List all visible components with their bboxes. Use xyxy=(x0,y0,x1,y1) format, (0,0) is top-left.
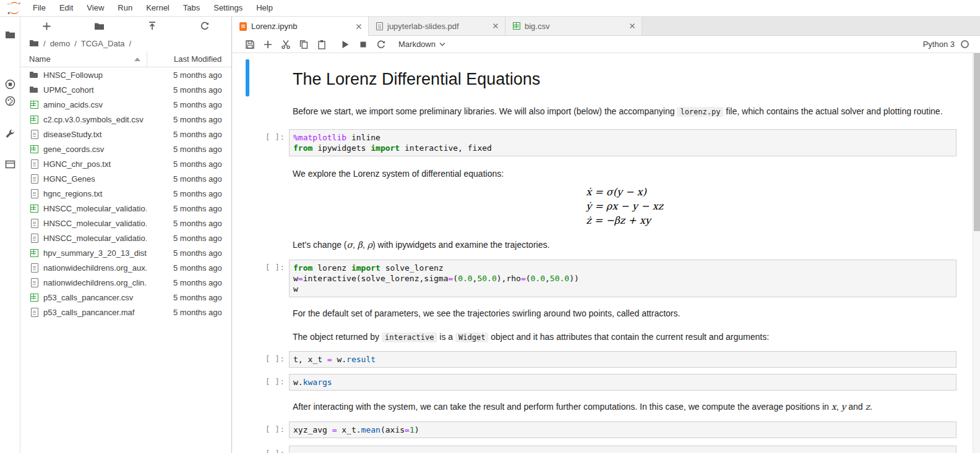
cell-prompt xyxy=(249,328,289,346)
sidebar-tab-running-sessions[interactable] xyxy=(0,76,20,92)
cell-markdown-title[interactable]: The Lorenz Differential Equations xyxy=(246,59,973,96)
menu-item-edit[interactable]: Edit xyxy=(53,0,80,16)
file-name: p53_calls_pancancer.csv xyxy=(43,293,147,302)
cell-markdown[interactable]: Before we start, we import some prelimin… xyxy=(246,103,973,121)
file-name: nationwidechildrens.org_clin... xyxy=(43,278,147,287)
code-editor[interactable]: %matplotlib inlinefrom ipywidgets import… xyxy=(289,129,956,156)
menu-item-settings[interactable]: Settings xyxy=(207,0,249,16)
file-row[interactable]: diseaseStudy.txt 5 months ago xyxy=(20,127,231,142)
column-header-name[interactable]: Name xyxy=(20,51,147,67)
cell-markdown[interactable]: The object returned by interactive is a … xyxy=(246,328,973,346)
menu-item-run[interactable]: Run xyxy=(111,0,139,16)
file-modified: 5 months ago xyxy=(147,219,231,228)
sort-ascending-icon xyxy=(134,57,140,61)
file-row[interactable]: amino_acids.csv 5 months ago xyxy=(20,97,231,112)
cell-markdown[interactable]: For the default set of parameters, we se… xyxy=(246,305,973,322)
column-header-last-modified[interactable]: Last Modified xyxy=(147,51,231,67)
menu-item-tabs[interactable]: Tabs xyxy=(176,0,207,16)
cell-markdown-math[interactable]: ẋ = σ(y − x)ẏ = ρx − y − xzż = −βz + xy xyxy=(246,184,973,229)
tab-jupyterlab-slides-pdf[interactable]: jupyterlab-slides.pdf xyxy=(369,17,505,35)
file-row[interactable]: c2.cp.v3.0.symbols_edit.csv 5 months ago xyxy=(20,112,231,127)
file-modified: 5 months ago xyxy=(147,189,231,198)
file-row[interactable]: p53_calls_pancancer.csv 5 months ago xyxy=(20,290,231,305)
interrupt-kernel-button[interactable] xyxy=(354,36,372,53)
code-editor[interactable]: xyz_avg = x_t.mean(axis=1) xyxy=(289,421,956,438)
breadcrumb-separator: / xyxy=(43,39,46,48)
tab-big-csv[interactable]: big.csv xyxy=(505,17,642,35)
file-name: HGNC_Genes xyxy=(43,174,147,184)
file-name: HGNC_chr_pos.txt xyxy=(43,159,147,169)
notebook-content[interactable]: The Lorenz Differential Equations Before… xyxy=(232,53,980,453)
insert-cell-button[interactable] xyxy=(259,36,277,53)
cell-code[interactable]: [ ]: xyxy=(246,446,973,453)
new-launcher-button[interactable] xyxy=(20,17,73,35)
save-icon xyxy=(245,40,255,49)
kernel-status-icon xyxy=(961,40,969,48)
menu-item-kernel[interactable]: Kernel xyxy=(139,0,176,16)
cell-type-dropdown[interactable]: Markdown xyxy=(398,36,445,53)
file-row[interactable]: HGNC_Genes 5 months ago xyxy=(20,171,231,186)
cell-code[interactable]: [ ]: %matplotlib inlinefrom ipywidgets i… xyxy=(246,129,973,156)
new-folder-button[interactable] xyxy=(73,17,126,35)
markdown-paragraph: For the default set of parameters, we se… xyxy=(293,307,956,320)
code-editor[interactable]: from lorenz import solve_lorenzw=interac… xyxy=(289,260,956,297)
scrollbar-thumb[interactable] xyxy=(974,53,980,231)
kernel-name[interactable]: Python 3 xyxy=(923,40,955,49)
cut-cells-button[interactable] xyxy=(277,36,294,53)
cell-markdown[interactable]: After interacting with the system, we ca… xyxy=(246,398,973,415)
running-sessions-icon xyxy=(5,79,15,90)
cell-prompt xyxy=(249,236,289,253)
breadcrumb-tcga-data[interactable]: TCGA_Data xyxy=(81,39,125,48)
tab-lorenz-ipynb[interactable]: Lorenz.ipynb xyxy=(232,17,369,36)
restart-kernel-button[interactable] xyxy=(372,36,390,53)
cell-prompt xyxy=(249,398,289,415)
file-list: HNSC_Followup 5 months ago UPMC_cohort 5… xyxy=(20,67,231,453)
file-row[interactable]: HNSCC_molecular_validatio... 5 months ag… xyxy=(20,231,231,245)
cell-markdown[interactable]: We explore the Lorenz system of differen… xyxy=(246,165,973,182)
menu-item-file[interactable]: File xyxy=(26,0,53,16)
code-editor[interactable]: w.kwargs xyxy=(289,374,956,391)
markdown-paragraph: After interacting with the system, we ca… xyxy=(293,400,956,413)
spreadsheet-icon xyxy=(29,248,39,258)
code-editor[interactable]: t, x_t = w.result xyxy=(289,351,956,368)
file-row[interactable]: p53_calls_pancancer.maf 5 months ago xyxy=(20,305,231,320)
upload-icon xyxy=(147,21,157,31)
file-row[interactable]: HNSC_Followup 5 months ago xyxy=(20,67,231,82)
sidebar-tab-command-palette[interactable] xyxy=(0,93,20,109)
cell-prompt xyxy=(249,165,289,182)
vertical-scrollbar[interactable] xyxy=(973,53,980,453)
file-row[interactable]: hpv_summary_3_20_13_distri... 5 months a… xyxy=(20,245,231,260)
file-row[interactable]: nationwidechildrens.org_clin... 5 months… xyxy=(20,275,231,290)
cell-markdown[interactable]: Let's change (σ, β, ρ) with ipywidgets a… xyxy=(246,236,973,253)
file-row[interactable]: HNSCC_molecular_validatio... 5 months ag… xyxy=(20,216,231,231)
close-tab-button[interactable] xyxy=(353,21,364,32)
file-modified: 5 months ago xyxy=(147,248,231,258)
close-tab-button[interactable] xyxy=(490,20,501,32)
menu-item-help[interactable]: Help xyxy=(249,0,280,16)
file-row[interactable]: nationwidechildrens.org_aux... 5 months … xyxy=(20,260,231,275)
cell-code[interactable]: [ ]: from lorenz import solve_lorenzw=in… xyxy=(246,260,973,297)
copy-cells-button[interactable] xyxy=(294,36,312,53)
home-folder-icon[interactable] xyxy=(29,39,39,48)
cell-code[interactable]: [ ]: t, x_t = w.result xyxy=(246,351,973,368)
menu-item-view[interactable]: View xyxy=(80,0,111,16)
sidebar-tab-file-browser[interactable] xyxy=(0,27,20,43)
close-tab-button[interactable] xyxy=(627,20,638,32)
file-row[interactable]: UPMC_cohort 5 months ago xyxy=(20,82,231,97)
file-row[interactable]: hgnc_regions.txt 5 months ago xyxy=(20,186,231,201)
code-editor[interactable] xyxy=(289,446,956,453)
sidebar-tab-open-tabs[interactable] xyxy=(0,156,20,172)
file-row[interactable]: gene_coords.csv 5 months ago xyxy=(20,142,231,156)
paste-cells-button[interactable] xyxy=(312,36,330,53)
run-cell-button[interactable] xyxy=(336,36,354,53)
breadcrumb-demo[interactable]: demo xyxy=(50,39,71,48)
cell-code[interactable]: [ ]: xyz_avg = x_t.mean(axis=1) xyxy=(246,421,973,438)
refresh-button[interactable] xyxy=(179,17,231,35)
sidebar-tab-property-inspector[interactable] xyxy=(0,125,20,142)
upload-button[interactable] xyxy=(126,17,179,35)
file-row[interactable]: HNSCC_molecular_validatio... 5 months ag… xyxy=(20,201,231,216)
save-button[interactable] xyxy=(241,36,259,53)
cell-code[interactable]: [ ]: w.kwargs xyxy=(246,374,973,391)
cell-prompt: [ ]: xyxy=(249,446,289,453)
file-row[interactable]: HGNC_chr_pos.txt 5 months ago xyxy=(20,156,231,171)
